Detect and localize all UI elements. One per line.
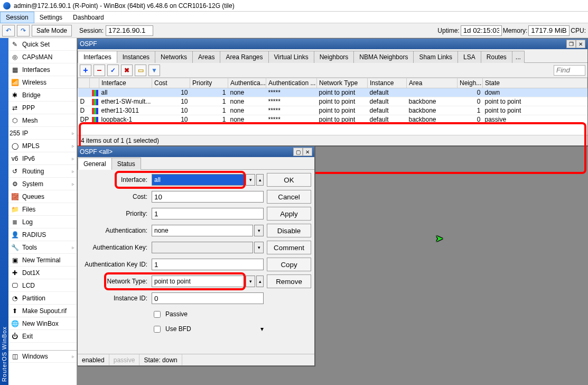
authkey-field[interactable] (152, 242, 253, 253)
undo-button[interactable]: ↶ (2, 25, 15, 36)
table-row[interactable]: Dether1-SW-mult...101none*****point to p… (78, 97, 587, 106)
redo-button[interactable]: ↷ (17, 25, 30, 36)
menu-session[interactable]: Session (0, 12, 34, 23)
sidebar-item-exit[interactable]: ⏻Exit (8, 330, 77, 343)
interface-field[interactable]: all (152, 174, 245, 186)
ntype-field[interactable]: point to point (152, 276, 245, 287)
add-button[interactable]: + (80, 65, 91, 76)
copy-button[interactable]: Copy (267, 258, 311, 271)
col-header[interactable]: Network Type (317, 78, 368, 88)
authkeyid-field[interactable] (152, 259, 264, 270)
auth-field[interactable]: none (152, 225, 253, 236)
col-header[interactable] (90, 78, 99, 88)
sidebar-label: Mesh (22, 117, 38, 124)
col-header[interactable]: Interface (99, 78, 152, 88)
cost-field[interactable] (152, 191, 264, 203)
disable-button[interactable]: ✖ (121, 65, 133, 76)
ospf-close-icon[interactable]: ✕ (576, 40, 585, 48)
tab-sham-links[interactable]: Sham Links (413, 51, 458, 63)
sidebar-item-system[interactable]: ⚙System▹ (8, 178, 77, 190)
col-header[interactable]: Authentication ... (266, 78, 317, 88)
tab-interfaces[interactable]: Interfaces (78, 51, 117, 63)
tab-routes[interactable]: Routes (481, 51, 512, 63)
col-header[interactable]: Area (407, 78, 458, 88)
priority-field[interactable] (152, 208, 264, 219)
sidebar-item-ipv6[interactable]: v6IPv6▹ (8, 152, 77, 165)
sidebar-item-routing[interactable]: ↺Routing▹ (8, 165, 77, 178)
sidebar-item-new-winbox[interactable]: 🌐New WinBox (8, 317, 77, 330)
ospf-table[interactable]: InterfaceCostPriorityAuthentica...Authen… (78, 78, 587, 124)
authkey-dd-icon[interactable]: ▾ (254, 242, 264, 253)
instid-field[interactable] (152, 292, 264, 304)
tab--[interactable]: ... (512, 51, 525, 63)
table-row[interactable]: DPloopback-1101none*****point to pointde… (78, 115, 587, 124)
apply-button[interactable]: Apply (267, 207, 311, 221)
ok-button[interactable]: OK (267, 173, 311, 187)
sidebar-item-partition[interactable]: ◔Partition (8, 292, 77, 305)
sidebar-item-log[interactable]: ≣Log (8, 216, 77, 228)
col-header[interactable] (78, 78, 90, 88)
scroll-down-icon[interactable]: ▾ (260, 325, 264, 333)
tab-nbma-neighbors[interactable]: NBMA Neighbors (353, 51, 414, 63)
dlg-tab-general[interactable]: General (78, 158, 112, 170)
tab-areas[interactable]: Areas (192, 51, 220, 63)
tab-instances[interactable]: Instances (117, 51, 155, 63)
tab-lsa[interactable]: LSA (458, 51, 481, 63)
sidebar-item-make-supout.rif[interactable]: ⬆Make Supout.rif (8, 305, 77, 317)
sidebar-item-windows[interactable]: ◫Windows▹ (8, 350, 77, 363)
interface-dd-icon[interactable]: ▾ (246, 174, 255, 186)
comment-button[interactable]: Comment (267, 241, 311, 254)
menu-settings[interactable]: Settings (34, 12, 68, 23)
disable-button[interactable]: Disable (267, 224, 311, 237)
passive-checkbox[interactable] (154, 311, 161, 318)
dlg-close-icon[interactable]: ✕ (303, 148, 312, 156)
sidebar-item-files[interactable]: 📁Files (8, 203, 77, 216)
col-header[interactable]: Authentica... (228, 78, 266, 88)
col-header[interactable]: Cost (152, 78, 190, 88)
col-header[interactable]: Neigh... (458, 78, 483, 88)
enable-button[interactable]: ✓ (107, 65, 119, 76)
tab-virtual-links[interactable]: Virtual Links (268, 51, 314, 63)
auth-dd-icon[interactable]: ▾ (254, 225, 264, 236)
sidebar-item-mpls[interactable]: ◯MPLS▹ (8, 140, 77, 152)
cancel-button[interactable]: Cancel (267, 190, 311, 204)
sidebar-item-lcd[interactable]: 🖵LCD (8, 279, 77, 292)
dlg-tab-status[interactable]: Status (111, 158, 141, 170)
remove-button[interactable]: – (94, 65, 105, 76)
sidebar-item-new-terminal[interactable]: ▣New Terminal (8, 254, 77, 267)
sidebar-item-bridge[interactable]: ✱Bridge (8, 89, 77, 102)
usebfd-checkbox[interactable] (154, 326, 161, 333)
menu-dashboard[interactable]: Dashboard (68, 12, 109, 23)
cpu-label: CPU: (571, 27, 586, 34)
sidebar-item-capsman[interactable]: ◎CAPsMAN (8, 51, 77, 63)
ntype-up-icon[interactable]: ▴ (256, 276, 264, 287)
remove-button[interactable]: Remove (267, 274, 311, 288)
ntype-dd-icon[interactable]: ▾ (246, 276, 255, 287)
sidebar-item-wireless[interactable]: 📶Wireless (8, 76, 77, 89)
sidebar-item-mesh[interactable]: ⬡Mesh (8, 114, 77, 127)
sidebar-item-ppp[interactable]: ⇄PPP (8, 102, 77, 114)
dlg-min-icon[interactable]: ▢ (293, 148, 303, 156)
filter-button[interactable]: ▼ (148, 65, 160, 76)
sidebar-item-queues[interactable]: 🧱Queues (8, 190, 77, 203)
col-header[interactable]: State (483, 78, 587, 88)
table-row[interactable]: all101none*****point to pointdefault0dow… (78, 88, 587, 97)
find-input[interactable] (554, 65, 585, 76)
col-header[interactable]: Instance (368, 78, 407, 88)
sidebar-item-tools[interactable]: 🔧Tools▹ (8, 241, 77, 254)
interface-up-icon[interactable]: ▴ (256, 174, 264, 186)
sidebar-item-radius[interactable]: 👤RADIUS (8, 228, 77, 241)
tab-networks[interactable]: Networks (155, 51, 193, 63)
comment-button[interactable]: ▭ (135, 65, 146, 76)
sidebar-label: Quick Set (22, 41, 50, 48)
sidebar-item-ip[interactable]: 255IP▹ (8, 127, 77, 140)
tab-area-ranges[interactable]: Area Ranges (220, 51, 268, 63)
col-header[interactable]: Priority (190, 78, 228, 88)
sidebar-item-quick-set[interactable]: ✎Quick Set (8, 38, 77, 51)
safe-mode-button[interactable]: Safe Mode (32, 25, 72, 36)
table-row[interactable]: Dether11-3011101none*****point to pointd… (78, 106, 587, 115)
ospf-restore-icon[interactable]: ❐ (566, 40, 576, 48)
tab-neighbors[interactable]: Neighbors (314, 51, 354, 63)
sidebar-item-dot1x[interactable]: ✚Dot1X (8, 267, 77, 279)
sidebar-item-interfaces[interactable]: ▦Interfaces (8, 63, 77, 76)
